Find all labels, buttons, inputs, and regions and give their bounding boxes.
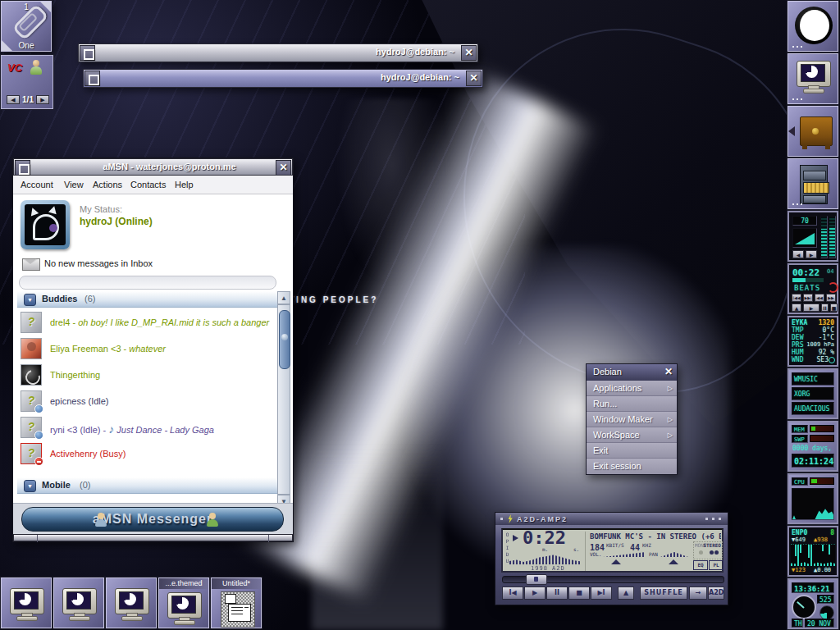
miniwindow-3[interactable] — [106, 578, 157, 628]
amp-prev-button[interactable]: I◀ — [502, 587, 523, 600]
amp-volume-slider[interactable] — [603, 552, 646, 557]
wmusic-play-button[interactable]: ▶ — [803, 304, 819, 312]
amsn-titlebar[interactable]: aMSN - waterjones@proton.me ✕ — [13, 158, 293, 176]
applist-item-3[interactable]: AUDACIOUS — [792, 402, 834, 415]
filter-input[interactable] — [19, 276, 276, 290]
menu-help[interactable]: Help — [175, 180, 194, 189]
menu-item-exit-session[interactable]: Exit session — [587, 459, 677, 474]
dock-gnustep-tile[interactable] — [788, 1, 838, 52]
miniwindow-untitled[interactable]: Untitled* — [211, 578, 262, 628]
amsn-close-button[interactable]: ✕ — [276, 160, 291, 176]
debian-menu-close-icon[interactable]: ✕ — [664, 366, 673, 377]
dockapp-weather[interactable]: EYKA 1320 TMP 0°C DEW -1°C PRS 1009 hPa … — [788, 316, 838, 367]
group-header-mobile[interactable]: ▼ Mobile (0) — [17, 477, 277, 494]
wmusic-ffwd-button[interactable]: ▶▶ — [826, 294, 836, 302]
amp-pause-button[interactable]: II — [546, 587, 568, 600]
amp-pan-slider[interactable] — [660, 552, 688, 557]
applist-item-1[interactable]: WMUSIC — [792, 372, 834, 386]
buddy-row-thingerthing[interactable]: Thingerthing — [17, 363, 277, 388]
amsn-tray-icon[interactable]: VC — [7, 60, 22, 75]
amp-titlebar[interactable]: A2D-AMP2 — [495, 513, 728, 525]
wmusic-progress[interactable] — [792, 278, 806, 282]
wmusic-prev-button[interactable]: I◀◀ — [792, 294, 801, 302]
wmusic-loop-icon[interactable] — [828, 282, 838, 293]
menu-item-workspace[interactable]: WorkSpace▷ — [587, 427, 677, 443]
amp-eq-button[interactable]: EQ — [693, 560, 708, 570]
buddy-row-epicness[interactable]: ? epicness (Idle) — [17, 390, 277, 414]
amp-menu-dot[interactable] — [500, 518, 503, 520]
dock-xterm-tile[interactable] — [788, 53, 838, 104]
amp-next-button[interactable]: ▶I — [591, 587, 612, 600]
dockapp-network[interactable]: ENP0 8 ▼649 ▲938 ▼123 ▲0.00 — [788, 526, 838, 577]
group-header-buddies[interactable]: ▼ Buddies (6) — [17, 291, 277, 308]
menu-view[interactable]: View — [64, 180, 84, 189]
amsn-resizebar[interactable] — [13, 534, 293, 541]
terminal-2-close-button[interactable]: ✕ — [466, 71, 482, 86]
menu-item-run[interactable]: Run... — [587, 396, 677, 412]
applist-item-2[interactable]: XORG — [792, 387, 834, 400]
menu-account[interactable]: Account — [21, 180, 53, 189]
tray-page-left-button[interactable]: ◀ — [7, 95, 20, 104]
collapse-mobile-icon[interactable]: ▼ — [24, 480, 36, 492]
terminal-1-miniaturize-button[interactable] — [80, 45, 95, 61]
scrollbar-thumb[interactable] — [279, 310, 290, 369]
amp-time[interactable]: 0:22 — [523, 527, 566, 548]
mixer-channel-right-button[interactable]: ▶ — [806, 250, 817, 258]
wmusic-pause-button[interactable]: II — [821, 304, 829, 312]
amp-brand-button[interactable]: A2D — [708, 587, 724, 600]
terminal-2-miniaturize-button[interactable] — [84, 71, 100, 86]
buddy-row-activehenry[interactable]: ? Activehenry (Busy) — [17, 442, 277, 467]
dockapp-clock[interactable]: 13:36:21 525 TH 20 NOV — [788, 578, 838, 629]
amp-stop-button[interactable]: ■ — [568, 587, 590, 600]
scrollbar-track[interactable] — [277, 304, 290, 495]
terminal-window-2-titlebar[interactable]: hydroJ@debian: ~ ✕ — [83, 69, 483, 88]
wmusic-rew-button[interactable]: ◀◀ — [815, 294, 824, 302]
menu-item-exit[interactable]: Exit — [587, 443, 677, 459]
tray-page-right-button[interactable]: ▶ — [36, 95, 49, 104]
scrollbar-up-button[interactable]: ▲ — [277, 291, 290, 304]
miniwindow-1[interactable] — [1, 578, 52, 628]
dockapp-wmusic[interactable]: 00:22 04 BEATS I◀◀ ▶▶I ◀◀ ▶▶ ▲ ▶ II ■ — [788, 263, 838, 314]
amp-repeat-button[interactable]: → — [689, 587, 707, 600]
my-avatar[interactable] — [21, 200, 70, 249]
buddy-row-drel4[interactable]: ? drel4 - oh boy! I like D_MP_RAI.mid it… — [17, 311, 277, 336]
amp-volume-thumb[interactable] — [611, 559, 621, 564]
amp-window-buttons[interactable] — [719, 518, 721, 520]
amp-shuffle-button[interactable]: SHUFFLE — [640, 587, 687, 600]
dock-drawer-tile[interactable] — [788, 106, 838, 157]
menu-actions[interactable]: Actions — [93, 180, 122, 189]
terminal-window-1-titlebar[interactable]: hydroJ@debian: ~ ✕ — [78, 43, 478, 62]
mixer-channel-left-button[interactable]: ◀ — [792, 250, 804, 258]
menu-item-applications[interactable]: Applications▷ — [587, 381, 677, 396]
mixer-volume-wedge[interactable] — [792, 228, 817, 248]
contact-tray-icon[interactable] — [30, 60, 43, 76]
menu-contacts[interactable]: Contacts — [130, 180, 166, 189]
workspace-clip[interactable]: 1 One — [1, 1, 52, 52]
dockapp-sysmon[interactable]: MEM SWP 0000 days, 02:11:24 — [788, 421, 838, 472]
amp-seek-track[interactable] — [502, 576, 724, 583]
wmusic-eject-button[interactable]: ▲ — [792, 304, 801, 312]
amp-track-marquee[interactable]: BOMFUNK MC'S - IN STEREO (+6 B — [590, 532, 721, 541]
dockapp-applist[interactable]: WMUSIC XORG AUDACIOUS — [788, 368, 838, 419]
buddy-row-eliya[interactable]: Eliya Freeman <3 - whatever — [17, 337, 277, 362]
wmusic-stop-button[interactable]: ■ — [830, 304, 838, 312]
amp-pl-button[interactable]: PL — [709, 560, 724, 570]
menu-item-window-maker[interactable]: Window Maker▷ — [587, 412, 677, 427]
inbox-status[interactable]: No new messages in Inbox — [44, 258, 153, 268]
collapse-buddies-icon[interactable]: ▼ — [24, 294, 36, 306]
amp-pan-thumb[interactable] — [669, 559, 678, 564]
terminal-1-close-button[interactable]: ✕ — [461, 45, 477, 61]
debian-menu-titlebar[interactable]: Debian ✕ — [587, 364, 677, 381]
amsn-messenger-banner[interactable]: aMSN Messenger — [21, 507, 284, 532]
miniwindow-themed[interactable]: ...e.themed — [158, 578, 209, 628]
buddy-row-ryni[interactable]: ? ryni <3 (Idle) - ♪ Just Dance - Lady G… — [17, 416, 277, 441]
amp-seek-thumb[interactable] — [526, 574, 547, 585]
status-value[interactable]: hydroJ (Online) — [80, 216, 153, 227]
clip-next-arrow[interactable] — [40, 2, 51, 12]
dockapp-mixer[interactable]: 70 ◀ ▶ — [788, 211, 838, 262]
amp-eject-button[interactable]: ▲ — [618, 587, 634, 600]
miniwindow-2[interactable] — [53, 578, 104, 628]
amp-play-button[interactable]: ▶ — [524, 587, 546, 600]
drawer-arrow-icon[interactable] — [788, 126, 795, 136]
dockapp-cpu[interactable]: CPU — [788, 473, 838, 524]
